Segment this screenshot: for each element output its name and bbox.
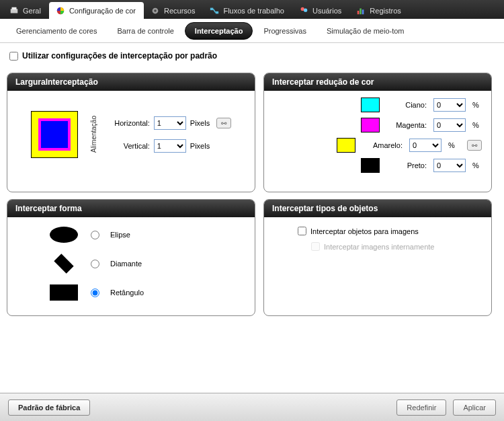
tab-label: Configuração de cor: [69, 7, 136, 15]
yellow-select[interactable]: 0: [409, 139, 442, 152]
use-default-trapping-checkbox[interactable]: [9, 52, 18, 61]
black-swatch: [361, 158, 380, 173]
trap-width-preview: [31, 111, 78, 158]
subtab-progressives[interactable]: Progressivas: [254, 23, 316, 39]
printer-icon: [9, 6, 19, 15]
svg-point-4: [154, 9, 157, 12]
vertical-label: Vertical:: [110, 142, 150, 150]
workflow-icon: [210, 6, 219, 15]
subtab-color-mgmt[interactable]: Gerenciamento de cores: [7, 23, 106, 39]
tab-color-config[interactable]: Configuração de cor: [49, 2, 144, 19]
tab-general[interactable]: Geral: [3, 2, 49, 19]
magenta-row: Magenta: 0 %: [274, 118, 482, 132]
tab-label: Geral: [23, 7, 41, 15]
factory-default-button[interactable]: Padrão de fábrica: [8, 399, 90, 416]
rectangle-icon: [48, 284, 80, 301]
tab-users[interactable]: Usuários: [292, 2, 349, 19]
color-wheel-icon: [56, 6, 65, 15]
tab-resources[interactable]: Recursos: [144, 2, 203, 19]
tab-label: Registros: [370, 7, 401, 15]
footer-bar: Padrão de fábrica Redefinir Aplicar: [0, 393, 504, 421]
yellow-row: Amarelo: 0 % ⚯: [274, 138, 482, 153]
trap-objects-for-images-checkbox[interactable]: [298, 227, 306, 235]
svg-rect-6: [216, 11, 218, 14]
tab-label: Recursos: [164, 7, 195, 15]
svg-rect-1: [12, 7, 17, 10]
vertical-unit: Pixels: [190, 142, 210, 150]
feed-direction-label: Alimentação: [90, 116, 97, 153]
black-select[interactable]: 0: [433, 159, 466, 172]
ellipse-icon: [48, 227, 80, 243]
cyan-row: Ciano: 0 %: [274, 98, 482, 112]
black-unit: %: [472, 161, 482, 169]
svg-rect-5: [210, 8, 213, 11]
trap-images-internally-checkbox: [311, 242, 320, 251]
chart-icon: [356, 6, 366, 15]
cyan-select[interactable]: 0: [433, 98, 466, 112]
panel-color-reduction: Interceptar redução de cor Ciano: 0 % Ma…: [263, 73, 492, 192]
panel-title: Interceptar forma: [7, 200, 255, 217]
use-default-trapping-label: Utilizar configurações de interceptação …: [22, 51, 217, 61]
apply-button[interactable]: Aplicar: [453, 399, 496, 416]
svg-rect-10: [360, 9, 362, 15]
link-icon[interactable]: ⚯: [216, 118, 231, 128]
magenta-unit: %: [472, 121, 482, 129]
link-icon[interactable]: ⚯: [467, 140, 482, 151]
panel-title: LarguraInterceptação: [7, 73, 255, 91]
reset-button[interactable]: Redefinir: [396, 399, 446, 416]
tab-workflows[interactable]: Fluxos de trabalho: [203, 2, 292, 19]
panel-trap-shape: Interceptar forma Elipse Diamante: [7, 199, 255, 316]
main-tabbar: Geral Configuração de cor Recursos Fluxo…: [0, 0, 504, 19]
trap-width-preview-inner: [38, 118, 71, 151]
cyan-label: Ciano:: [386, 101, 427, 109]
shape-diamond-radio[interactable]: [91, 260, 99, 268]
black-label: Preto:: [386, 161, 427, 169]
horizontal-unit: Pixels: [190, 119, 210, 127]
magenta-swatch: [361, 118, 380, 132]
shape-ellipse-radio[interactable]: [91, 231, 99, 239]
trap-images-internally-label: Interceptar imagens internamente: [324, 243, 434, 251]
svg-rect-0: [11, 9, 18, 13]
diamond-icon: [48, 255, 80, 272]
vertical-select[interactable]: 1: [154, 139, 186, 153]
panel-trap-width: LarguraInterceptação Alimentação Horizon…: [7, 73, 255, 192]
magenta-label: Magenta:: [386, 121, 427, 129]
shape-rectangle-radio[interactable]: [91, 289, 99, 297]
tab-logs[interactable]: Registros: [349, 2, 409, 19]
black-row: Preto: 0 %: [274, 158, 482, 173]
yellow-swatch: [337, 138, 355, 153]
default-trapping-row: Utilizar configurações de interceptação …: [9, 51, 495, 61]
trap-objects-for-images-label: Interceptar objetos para imagens: [310, 227, 419, 235]
svg-rect-11: [362, 9, 364, 14]
shape-ellipse-label: Elipse: [110, 231, 130, 239]
gear-icon: [151, 6, 160, 15]
tab-label: Usuários: [312, 7, 341, 15]
yellow-label: Amarelo:: [362, 141, 403, 149]
panel-title: Interceptar redução de cor: [264, 73, 491, 91]
panel-title: Interceptar tipos de objetos: [264, 200, 491, 217]
cyan-unit: %: [472, 101, 482, 109]
shape-rectangle-label: Retângulo: [110, 289, 144, 297]
panel-object-types: Interceptar tipos de objetos Interceptar…: [263, 199, 492, 316]
horizontal-select[interactable]: 1: [154, 116, 186, 130]
sub-tabbar: Gerenciamento de cores Barra de controle…: [0, 19, 504, 43]
shape-diamond-label: Diamante: [110, 260, 142, 268]
subtab-trapping[interactable]: Interceptação: [185, 22, 253, 40]
users-icon: [299, 6, 308, 15]
tab-label: Fluxos de trabalho: [223, 7, 284, 15]
subtab-control-bar[interactable]: Barra de controle: [108, 23, 183, 39]
yellow-unit: %: [448, 141, 458, 149]
cyan-swatch: [361, 98, 380, 112]
svg-point-8: [304, 9, 307, 12]
content-area: Utilizar configurações de interceptação …: [0, 43, 504, 393]
magenta-select[interactable]: 0: [433, 118, 466, 132]
svg-rect-9: [358, 11, 360, 14]
subtab-halftone-sim[interactable]: Simulação de meio-tom: [317, 23, 414, 39]
horizontal-label: Horizontal:: [110, 119, 150, 127]
